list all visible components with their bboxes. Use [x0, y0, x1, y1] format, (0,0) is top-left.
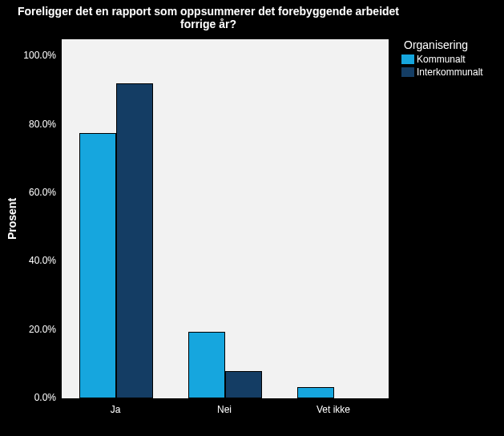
plot-area — [61, 38, 389, 399]
x-tick-mark — [115, 399, 116, 403]
legend-item-kommunalt: Kommunalt — [401, 53, 501, 66]
y-tick-label: 60.0% — [29, 187, 56, 198]
x-tick-label: Vet ikke — [317, 404, 350, 415]
bar-kommunalt-nei — [188, 332, 225, 398]
x-tick-label: Ja — [111, 404, 121, 415]
legend-item-interkommunalt: Interkommunalt — [401, 66, 501, 79]
legend-items: KommunaltInterkommunalt — [401, 53, 501, 79]
y-tick-label: 100.0% — [23, 50, 56, 61]
bars-container — [62, 39, 389, 398]
y-tick-label: 20.0% — [29, 324, 56, 335]
x-axis: JaNeiVet ikke — [61, 399, 389, 431]
x-tick-mark — [224, 399, 225, 403]
y-tick-mark — [58, 329, 61, 330]
x-tick-mark — [333, 399, 334, 403]
y-tick-mark — [58, 260, 61, 261]
y-tick-mark — [58, 192, 61, 193]
bar-interkommunalt-ja — [116, 83, 153, 398]
y-axis: 0.0%20.0%40.0%60.0%80.0%100.0% — [0, 38, 61, 399]
legend-swatch — [401, 54, 415, 65]
x-tick-label: Nei — [217, 404, 232, 415]
bar-chart: Foreligger det en rapport som oppsummere… — [0, 0, 504, 436]
bar-kommunalt-ja — [79, 133, 116, 398]
y-tick-mark — [58, 398, 61, 398]
y-tick-label: 40.0% — [29, 255, 56, 266]
legend-swatch — [401, 67, 415, 78]
y-tick-label: 0.0% — [34, 392, 56, 403]
legend-label: Interkommunalt — [417, 66, 483, 79]
legend: Organisering KommunaltInterkommunalt — [401, 38, 501, 79]
y-tick-mark — [58, 124, 61, 125]
chart-title: Foreligger det en rapport som oppsummere… — [0, 5, 417, 30]
y-tick-mark — [58, 55, 61, 56]
bar-interkommunalt-nei — [225, 371, 262, 398]
legend-label: Kommunalt — [417, 53, 466, 66]
legend-title: Organisering — [404, 38, 501, 51]
bar-kommunalt-vet-ikke — [297, 387, 334, 398]
y-tick-label: 80.0% — [29, 119, 56, 130]
